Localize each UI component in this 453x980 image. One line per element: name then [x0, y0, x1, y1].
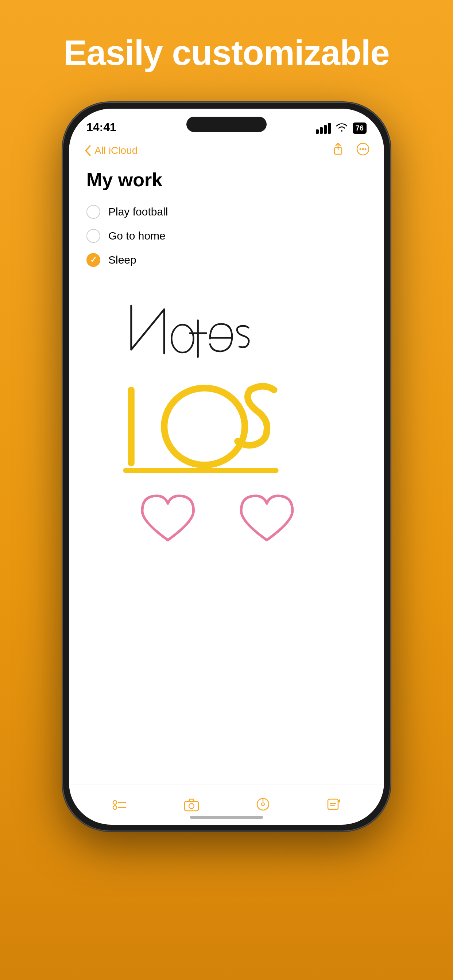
svg-point-8: [113, 806, 117, 810]
wifi-icon: [336, 122, 348, 134]
signal-bars-icon: [316, 123, 331, 134]
status-icons: 76: [316, 122, 367, 134]
checklist-item-2[interactable]: Go to home: [86, 224, 367, 248]
svg-point-6: [164, 388, 245, 465]
checkbox-1[interactable]: [86, 205, 100, 219]
checklist-item-3[interactable]: Sleep: [86, 248, 367, 272]
checklist-item-1[interactable]: Play football: [86, 200, 367, 224]
back-button[interactable]: All iCloud: [83, 145, 137, 157]
checklist-text-1: Play football: [108, 205, 168, 218]
svg-rect-16: [328, 799, 338, 810]
checklist-toolbar-icon[interactable]: [112, 797, 127, 813]
status-time: 14:41: [86, 121, 116, 134]
phone-screen: 14:41: [69, 109, 384, 825]
pen-toolbar-icon[interactable]: [256, 797, 270, 813]
nav-bar: All iCloud: [69, 138, 384, 163]
compose-toolbar-icon[interactable]: [327, 798, 341, 812]
svg-point-12: [189, 803, 194, 809]
svg-point-2: [360, 148, 362, 150]
note-title: My work: [86, 169, 162, 191]
checkbox-2[interactable]: [86, 229, 100, 243]
svg-point-7: [113, 800, 117, 804]
dynamic-island: [187, 117, 266, 132]
share-button[interactable]: [332, 143, 345, 159]
home-indicator: [190, 816, 263, 819]
more-button[interactable]: [356, 143, 370, 159]
camera-toolbar-icon[interactable]: [184, 798, 199, 812]
checklist-text-3: Sleep: [108, 254, 136, 266]
phone-frame: 14:41: [62, 102, 391, 831]
nav-icons: [332, 143, 370, 159]
battery-level: 76: [356, 124, 364, 132]
svg-point-3: [362, 148, 364, 150]
phone-mockup: 14:41: [62, 102, 391, 904]
back-label: All iCloud: [94, 145, 137, 156]
svg-rect-11: [185, 801, 198, 811]
battery-indicator: 76: [353, 123, 367, 134]
svg-point-4: [365, 148, 367, 150]
page-heading: Easily customizable: [64, 33, 389, 73]
drawing-area[interactable]: [69, 276, 384, 788]
checklist: Play football Go to home Sleep: [86, 200, 367, 272]
checkbox-3[interactable]: [86, 253, 100, 267]
checklist-text-2: Go to home: [108, 230, 166, 242]
svg-point-5: [171, 325, 193, 353]
svg-point-14: [262, 803, 265, 806]
